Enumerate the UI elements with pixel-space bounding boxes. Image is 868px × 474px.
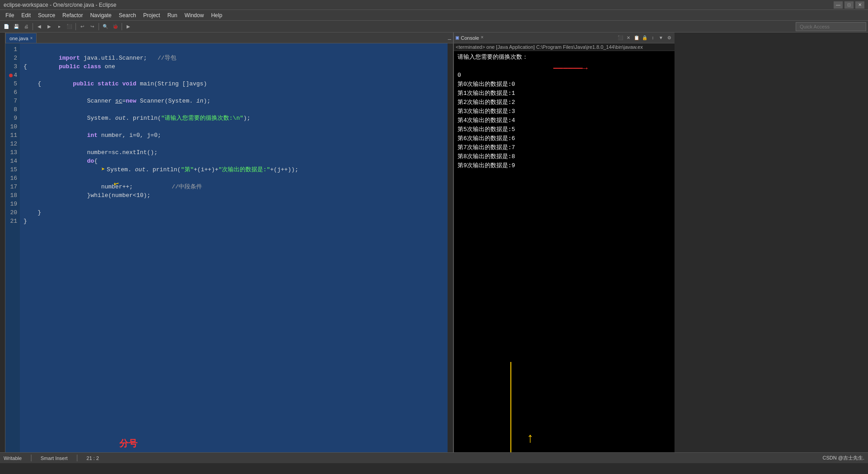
- console-line-13: 第9次输出的数据是:9: [458, 161, 671, 170]
- menu-window[interactable]: Window: [181, 11, 208, 19]
- toolbar-btn-3[interactable]: 🖨: [22, 22, 31, 31]
- console-btn-3[interactable]: 📋: [633, 34, 640, 42]
- console-yellow-arrow: ↑: [526, 434, 534, 443]
- code-line-21: }: [24, 217, 444, 225]
- maximize-button[interactable]: □: [844, 1, 854, 9]
- console-btn-5[interactable]: ↕: [649, 34, 656, 42]
- console-line-7: 第3次输出的数据是:3: [458, 107, 671, 116]
- console-tab-label: Console: [461, 35, 479, 41]
- status-brand: CSDN @吉士先生.: [823, 455, 864, 461]
- console-btn-4[interactable]: 🔒: [641, 34, 648, 42]
- code-line-14: ➤System. out. println("第"+(i++)+"次输出的数据是…: [24, 157, 444, 165]
- editor-tab-one-java[interactable]: one.java ×: [5, 33, 37, 43]
- left-sidebar: [0, 33, 5, 452]
- code-line-1: import java.util.Scanner; //导包: [24, 45, 444, 54]
- toolbar-sep-3: [99, 23, 99, 30]
- console-tab-close[interactable]: ×: [481, 35, 484, 40]
- editor-panel: one.java × — 1 2 3 4 5 ⬛6: [5, 33, 453, 452]
- code-editor[interactable]: 1 2 3 4 5 ⬛6 7 8 9 10 11 12 13: [5, 43, 453, 452]
- title-bar-text: eclipse-workspace - One/src/one.java - E…: [4, 2, 116, 8]
- editor-minimize-btn[interactable]: —: [446, 37, 453, 43]
- status-bar: Writable | Smart Insert | 21 : 2 CSDN @吉…: [0, 452, 868, 463]
- toolbar-sep-4: [122, 23, 122, 30]
- code-line-19: [24, 200, 444, 208]
- console-tab-bar: ▣ Console × ⬛ ✕ 📋 🔒 ↕ ▼ ⚙: [454, 33, 675, 43]
- toolbar-btn-10[interactable]: 🔍: [101, 22, 110, 31]
- toolbar-btn-11[interactable]: 🐞: [111, 22, 120, 31]
- console-line-4: 第0次输出的数据是:0: [458, 80, 671, 89]
- close-button[interactable]: ✕: [855, 1, 864, 9]
- console-header: <terminated> one [Java Application] C:\P…: [454, 43, 675, 51]
- menu-file[interactable]: File: [2, 11, 18, 19]
- menu-search[interactable]: Search: [115, 11, 140, 19]
- line-numbers: 1 2 3 4 5 ⬛6 7 8 9 10 11 12 13: [5, 43, 20, 452]
- console-line-8: 第4次输出的数据是:4: [458, 116, 671, 125]
- console-line-5: 第1次输出的数据是:1: [458, 89, 671, 98]
- code-line-20: }: [24, 208, 444, 217]
- toolbar-btn-2[interactable]: 💾: [12, 22, 21, 31]
- status-sep-1: |: [29, 454, 33, 462]
- console-panel: ▣ Console × ⬛ ✕ 📋 🔒 ↕ ▼ ⚙ <terminated> o…: [453, 33, 675, 452]
- editor-tab-bar: one.java × —: [5, 33, 453, 43]
- code-line-12: number=sc.nextInt();: [24, 140, 444, 148]
- toolbar-btn-12[interactable]: ▶: [124, 22, 133, 31]
- code-content[interactable]: import java.util.Scanner; //导包 public cl…: [20, 43, 448, 452]
- toolbar-btn-5[interactable]: ▶: [45, 22, 54, 31]
- menu-run[interactable]: Run: [164, 11, 181, 19]
- console-line-9: 第5次输出的数据是:5: [458, 125, 671, 134]
- toolbar-sep-2: [75, 23, 76, 30]
- toolbar-btn-6[interactable]: ▸: [55, 22, 64, 31]
- console-icon: ▣: [456, 34, 459, 41]
- red-label-annotation: 分号: [119, 439, 137, 448]
- menu-source[interactable]: Source: [34, 11, 59, 19]
- console-toolbar: ⬛ ✕ 📋 🔒 ↕ ▼ ⚙: [617, 34, 673, 42]
- main-area: one.java × — 1 2 3 4 5 ⬛6: [0, 33, 868, 452]
- console-btn-7[interactable]: ⚙: [665, 34, 673, 42]
- toolbar-btn-9[interactable]: ↪: [88, 22, 97, 31]
- status-position: 21 : 2: [86, 455, 99, 461]
- console-btn-6[interactable]: ▼: [657, 34, 665, 42]
- code-line-17: }while(number<10); ↙: [24, 183, 444, 191]
- toolbar-sep-1: [33, 23, 33, 30]
- title-bar: eclipse-workspace - One/src/one.java - E…: [0, 0, 868, 10]
- status-insert-mode: Smart Insert: [41, 455, 68, 461]
- status-sep-2: |: [75, 454, 80, 462]
- console-btn-2[interactable]: ✕: [625, 34, 632, 42]
- menu-navigate[interactable]: Navigate: [86, 11, 115, 19]
- console-yellow-arrow-line: [510, 362, 511, 452]
- menu-help[interactable]: Help: [208, 11, 226, 19]
- console-content: 请输入您需要的循换次数： 0 第0次输出的数据是:0 第1次输出的数据是:1 第…: [454, 51, 675, 452]
- code-line-8: System. out. println("请输入您需要的循换次数:\n");: [24, 105, 444, 114]
- code-line-16: number++; //中段条件: [24, 174, 444, 183]
- console-line-1: 请输入您需要的循换次数：: [458, 53, 671, 62]
- menu-edit[interactable]: Edit: [18, 11, 34, 19]
- console-line-6: 第2次输出的数据是:2: [458, 98, 671, 107]
- toolbar-btn-4[interactable]: ◀: [35, 22, 44, 31]
- console-btn-1[interactable]: ⬛: [617, 34, 624, 42]
- toolbar-btn-8[interactable]: ↩: [78, 22, 87, 31]
- menu-refactor[interactable]: Refactor: [59, 11, 86, 19]
- console-line-12: 第8次输出的数据是:8: [458, 152, 671, 161]
- console-line-10: 第6次输出的数据是:6: [458, 134, 671, 143]
- editor-scrollbar[interactable]: [448, 43, 453, 452]
- code-line-6: Scanner sc=new Scanner(System. in);: [24, 88, 444, 97]
- title-bar-buttons: — □ ✕: [834, 1, 864, 9]
- console-red-arrow: ←——————: [553, 64, 588, 73]
- tab-close-icon[interactable]: ×: [30, 36, 33, 41]
- status-writable: Writable: [4, 455, 22, 461]
- console-header-text: <terminated> one [Java Application] C:\P…: [456, 44, 643, 50]
- minimize-button[interactable]: —: [834, 1, 843, 9]
- quick-access-input[interactable]: [796, 22, 866, 31]
- tab-label: one.java: [9, 36, 28, 41]
- menu-bar: File Edit Source Refactor Navigate Searc…: [0, 10, 868, 21]
- menu-project[interactable]: Project: [140, 11, 164, 19]
- toolbar-btn-7[interactable]: ⬛: [65, 22, 74, 31]
- code-line-4: public static void main(String []avgs): [24, 71, 444, 80]
- toolbar: 📄 💾 🖨 ◀ ▶ ▸ ⬛ ↩ ↪ 🔍 🐞 ▶: [0, 21, 868, 33]
- code-line-10: int number, i=0, j=0;: [24, 122, 444, 131]
- console-line-11: 第7次输出的数据是:7: [458, 143, 671, 152]
- toolbar-btn-1[interactable]: 📄: [2, 22, 11, 31]
